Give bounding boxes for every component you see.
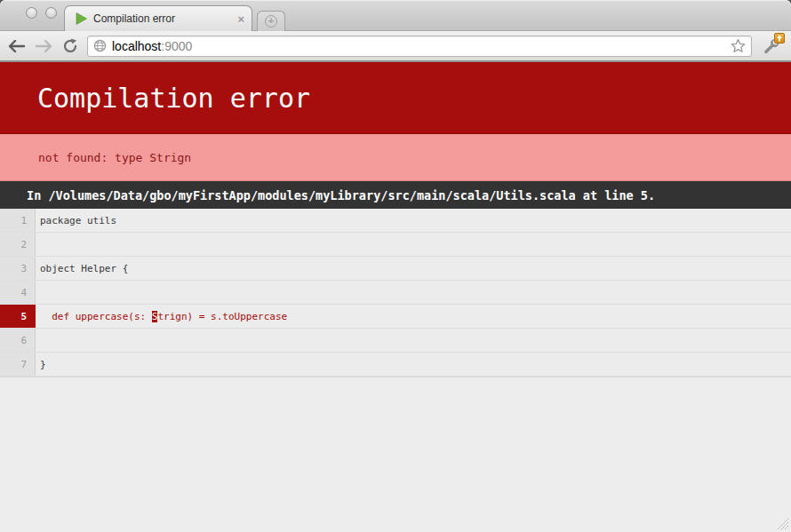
code-text (36, 281, 40, 304)
close-window-button[interactable] (26, 7, 37, 19)
update-arrow-icon (776, 35, 783, 42)
page-content: Compilation error not found: type Strign… (0, 62, 791, 532)
forward-arrow-icon (35, 40, 52, 52)
address-bar[interactable]: localhost:9000 (87, 36, 752, 57)
code-line-row: 6 (0, 329, 791, 353)
new-tab-button[interactable]: + (257, 11, 285, 31)
forward-button[interactable] (34, 36, 53, 56)
line-number: 7 (0, 353, 36, 376)
error-location: In /Volumes/Data/gbo/myFirstApp/modules/… (0, 181, 791, 209)
browser-window: Compilation error × + (0, 0, 791, 532)
code-text (36, 233, 40, 256)
minimize-window-button[interactable] (45, 7, 57, 19)
code-line-row: 1package utils (0, 209, 791, 233)
code-text: object Helper { (36, 257, 128, 280)
reload-icon (62, 38, 78, 54)
url-host: localhost (112, 39, 161, 53)
tab-close-icon[interactable]: × (237, 13, 244, 25)
line-number: 5 (0, 305, 36, 328)
line-number: 4 (0, 281, 36, 304)
code-line-row: 7} (0, 353, 791, 377)
back-button[interactable] (7, 36, 27, 56)
code-line-row: 5 def uppercase(s: Strign) = s.toUpperca… (0, 305, 791, 329)
code-line-row: 4 (0, 281, 791, 305)
tab-compilation-error[interactable]: Compilation error × (64, 5, 252, 31)
url-text: localhost:9000 (112, 39, 725, 53)
update-badge (774, 33, 785, 44)
code-line-row: 3object Helper { (0, 257, 791, 281)
menu-button[interactable] (759, 35, 784, 58)
line-number: 2 (0, 233, 36, 256)
page-title: Compilation error (37, 83, 310, 114)
code-line-row: 2 (0, 233, 791, 257)
code-text: } (36, 353, 46, 376)
toolbar: localhost:9000 (0, 31, 791, 62)
code-lines: 1package utils23object Helper {45 def up… (0, 209, 791, 377)
plus-icon: + (265, 15, 277, 28)
play-framework-icon (76, 12, 87, 25)
code-text: def uppercase(s: Strign) = s.toUppercase (36, 305, 287, 328)
line-number: 6 (0, 329, 36, 352)
bookmark-star-icon[interactable] (731, 38, 746, 53)
titlebar: Compilation error × + (0, 0, 791, 31)
error-header: Compilation error (0, 62, 791, 134)
url-port: :9000 (161, 39, 192, 53)
tab-title: Compilation error (93, 12, 231, 25)
globe-icon (93, 39, 107, 52)
error-message: not found: type Strign (0, 134, 791, 181)
reload-button[interactable] (60, 36, 80, 56)
code-text: package utils (36, 209, 116, 232)
back-arrow-icon (8, 40, 26, 52)
line-number: 3 (0, 257, 36, 280)
resize-grip[interactable] (777, 518, 789, 530)
code-text (36, 329, 40, 352)
line-number: 1 (0, 209, 36, 232)
